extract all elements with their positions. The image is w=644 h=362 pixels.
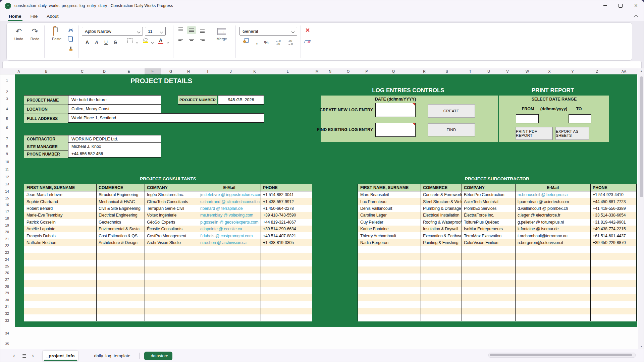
- sheet-tab-datastore[interactable]: _datastore: [144, 352, 172, 360]
- empty-row[interactable]: [24, 308, 312, 314]
- empty-row[interactable]: [358, 260, 636, 266]
- subcontractor-commerce-cell[interactable]: Plumbing & Drainage: [421, 205, 462, 212]
- empty-row[interactable]: [24, 253, 312, 260]
- row-header-30[interactable]: 30: [0, 298, 14, 302]
- subcontractor-name-cell[interactable]: Marc Beausoleil: [358, 191, 421, 198]
- align-left-button[interactable]: [176, 38, 185, 46]
- consultant-header-email[interactable]: E-Mail: [198, 184, 261, 191]
- format-painter-button[interactable]: [68, 46, 74, 52]
- consultant-commerce-cell[interactable]: Geotechnics: [96, 219, 145, 226]
- subcontractor-company-cell[interactable]: ÉlectraForce Inc.: [462, 212, 515, 219]
- consultant-email-cell[interactable]: a.lapointe @ ecosite.ca: [198, 226, 261, 232]
- column-header-U[interactable]: U: [481, 68, 497, 74]
- align-center-button[interactable]: [187, 38, 196, 46]
- column-header-B[interactable]: B: [38, 68, 54, 74]
- consultant-company-cell[interactable]: Écosite Consultants: [145, 226, 198, 232]
- subcontractor-email-cell[interactable]: d.vaillancourt @ plombex.ch: [515, 205, 590, 212]
- consultant-phone-cell[interactable]: +39 514-290-6634: [261, 226, 313, 232]
- row-header-17[interactable]: 17: [0, 210, 14, 214]
- row-header-25[interactable]: 25: [0, 264, 14, 268]
- row-header-7[interactable]: 7: [0, 137, 14, 141]
- subcontractor-commerce-cell[interactable]: Excavation & Earthwor: [421, 232, 462, 239]
- cut-button[interactable]: [68, 27, 74, 33]
- subcontractor-phone-cell[interactable]: +61 514-601-4437: [590, 232, 637, 239]
- subcontractor-phone-cell[interactable]: +44 450-881-7723: [590, 198, 637, 205]
- row-header-28[interactable]: 28: [0, 285, 14, 289]
- row-header-5[interactable]: 5: [0, 117, 14, 121]
- subcontractor-name-cell[interactable]: Thierry Archambault: [358, 232, 421, 239]
- row-header-9[interactable]: 9: [0, 152, 14, 156]
- consultant-phone-cell[interactable]: +49 514-407-8821: [261, 232, 313, 239]
- empty-row[interactable]: [358, 308, 636, 314]
- subcontractor-header-company[interactable]: COMPANY: [462, 184, 515, 191]
- subcontractor-phone-cell[interactable]: +49 438-774-2215: [590, 226, 637, 232]
- subcontractor-commerce-cell[interactable]: Roofing & Waterproofi: [421, 219, 462, 226]
- subcontractor-email-cell[interactable]: k.fontaine @ isomur.de: [515, 226, 590, 232]
- column-header-F[interactable]: F: [145, 68, 161, 74]
- number-format-select[interactable]: General: [239, 27, 297, 36]
- subcontractor-email-cell[interactable]: c.leger @ electraforce.fr: [515, 212, 590, 219]
- vertical-scroll-thumb[interactable]: [640, 76, 643, 197]
- row-header-29[interactable]: 29: [0, 291, 14, 295]
- subcontractor-commerce-cell[interactable]: Electrical Installation: [421, 212, 462, 219]
- empty-row[interactable]: [24, 280, 312, 287]
- subcontractor-company-cell[interactable]: PlombEx Services: [462, 205, 515, 212]
- consultant-phone-cell[interactable]: +44 819-321-4867: [261, 219, 313, 226]
- column-header-O[interactable]: O: [340, 68, 356, 74]
- consultant-name-cell[interactable]: Sophie Chartrand: [24, 198, 96, 205]
- consultant-header-company[interactable]: COMPANY: [145, 184, 198, 191]
- row-header-26[interactable]: 26: [0, 271, 14, 275]
- empty-row[interactable]: [24, 274, 312, 280]
- clear-button[interactable]: ✕: [305, 27, 310, 34]
- row-header-16[interactable]: 16: [0, 203, 14, 207]
- row-header-18[interactable]: 18: [0, 216, 14, 220]
- project-number-field[interactable]: 945-GB_2026: [218, 95, 264, 105]
- column-header-Y[interactable]: Y: [565, 68, 581, 74]
- subcontractor-name-cell[interactable]: Karine Fontaine: [358, 226, 421, 232]
- consultant-email-cell[interactable]: r.benard @ terraplan.de: [198, 205, 261, 212]
- empty-row[interactable]: [358, 246, 636, 253]
- consultant-phone-cell[interactable]: +1 438-819-3305: [261, 239, 313, 246]
- scroll-down-icon[interactable]: ▾: [638, 345, 644, 348]
- subcontractor-commerce-cell[interactable]: Steel Structure & Weld: [421, 198, 462, 205]
- consultant-phone-cell[interactable]: +1 438-557-9912: [261, 198, 313, 205]
- subcontractor-header-phone[interactable]: PHONE: [590, 184, 637, 191]
- consultant-commerce-cell[interactable]: Cost Estimation & QS: [96, 232, 145, 239]
- subcontractor-phone-cell[interactable]: +41 418-556-3389: [590, 205, 637, 212]
- row-header-33[interactable]: 33: [0, 318, 14, 322]
- row-header-34[interactable]: 34: [0, 331, 14, 335]
- column-header-J[interactable]: J: [223, 68, 239, 74]
- empty-row[interactable]: [24, 287, 312, 294]
- find-date-input[interactable]: [375, 123, 416, 137]
- subcontractor-phone-cell[interactable]: +31 819-442-9901: [590, 219, 637, 226]
- row-header-4[interactable]: 4: [0, 107, 14, 111]
- find-button[interactable]: FIND: [428, 123, 475, 136]
- chevron-down-icon[interactable]: [167, 41, 169, 44]
- empty-row[interactable]: [358, 287, 636, 294]
- row-header-15[interactable]: 15: [0, 196, 14, 200]
- chevron-down-icon[interactable]: [136, 41, 138, 44]
- subcontractor-company-cell[interactable]: ToiturePlus Québec: [462, 219, 515, 226]
- chevron-down-icon[interactable]: [151, 41, 154, 44]
- percent-style-button[interactable]: %: [262, 38, 270, 46]
- empty-row[interactable]: [24, 301, 312, 307]
- consultant-commerce-cell[interactable]: Architecture & Design: [96, 239, 145, 246]
- scroll-up-icon[interactable]: ▴: [638, 69, 644, 72]
- tabs-prev-icon[interactable]: ‹: [13, 352, 15, 359]
- empty-row[interactable]: [358, 280, 636, 287]
- column-header-H[interactable]: H: [180, 68, 197, 74]
- subcontractor-email-cell[interactable]: m.beausoleil @ betonpro.ca: [515, 191, 590, 198]
- consultant-name-cell[interactable]: Jean-Marc Lefebvre: [24, 191, 96, 198]
- subcontractor-email-cell[interactable]: l.parenteau @ aciertech.com: [515, 198, 590, 205]
- consultant-company-cell[interactable]: CostPro Management: [145, 232, 198, 239]
- create-date-input[interactable]: [375, 103, 416, 117]
- consultant-phone-cell[interactable]: +39 418-743-5590: [261, 212, 313, 219]
- subcontractor-email-cell[interactable]: n.bergeron@colorvision.it: [515, 239, 590, 246]
- project-name-field[interactable]: We build the future: [68, 95, 161, 105]
- menu-home[interactable]: Home: [9, 14, 21, 19]
- consultant-company-cell[interactable]: GéoSol Experts: [145, 219, 198, 226]
- bold-button[interactable]: A: [83, 38, 91, 46]
- empty-row[interactable]: [24, 314, 312, 321]
- subcontractor-company-cell[interactable]: IsoMur Entrepreneurs: [462, 226, 515, 232]
- row-header-21[interactable]: 21: [0, 237, 14, 241]
